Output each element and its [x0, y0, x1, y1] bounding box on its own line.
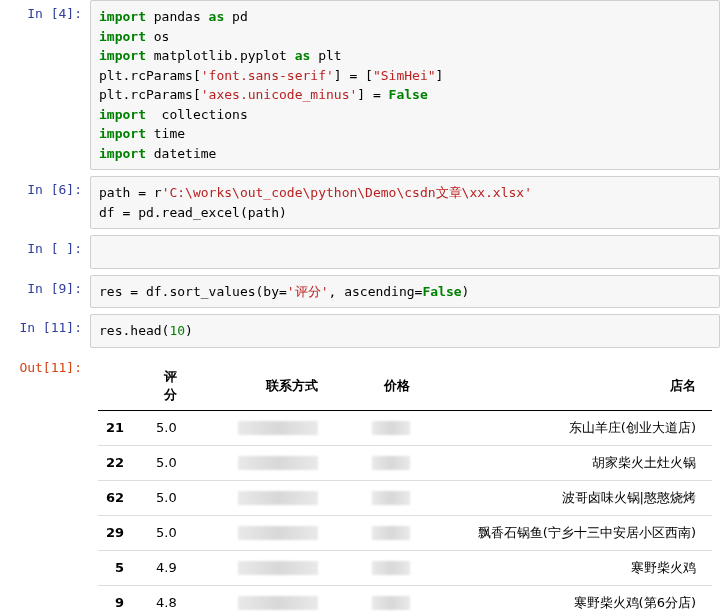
prompt-in-empty: In [ ]:	[0, 235, 90, 269]
table-row: 215.0东山羊庄(创业大道店)	[98, 410, 712, 445]
cell-shopname: 东山羊庄(创业大道店)	[426, 410, 712, 445]
col-shopname: 店名	[426, 362, 712, 411]
cell-contact-blurred	[193, 585, 334, 611]
code-content: res = df.sort_values(by='评分', ascending=…	[99, 282, 711, 302]
cell-contact-blurred	[193, 410, 334, 445]
cell-in-4: In [4]: import pandas as pd import os im…	[0, 0, 720, 170]
cell-in-6: In [6]: path = r'C:\works\out_code\pytho…	[0, 176, 720, 229]
code-input-4[interactable]: import pandas as pd import os import mat…	[90, 0, 720, 170]
cell-shopname: 波哥卤味火锅|憨憨烧烤	[426, 480, 712, 515]
cell-price-blurred	[334, 410, 425, 445]
row-index: 5	[98, 550, 140, 585]
cell-shopname: 寒野柴火鸡(第6分店)	[426, 585, 712, 611]
cell-out-11: Out[11]: 评分 联系方式 价格 店名 215.0东山羊庄(创业大道店)2…	[0, 354, 720, 612]
code-content	[99, 242, 711, 262]
cell-shopname: 飘香石锅鱼(宁乡十三中安居小区西南)	[426, 515, 712, 550]
table-row: 295.0飘香石锅鱼(宁乡十三中安居小区西南)	[98, 515, 712, 550]
row-index: 29	[98, 515, 140, 550]
cell-price-blurred	[334, 445, 425, 480]
cell-rating: 4.8	[140, 585, 193, 611]
code-content: res.head(10)	[99, 321, 711, 341]
cell-rating: 5.0	[140, 515, 193, 550]
cell-rating: 4.9	[140, 550, 193, 585]
table-row: 625.0波哥卤味火锅|憨憨烧烤	[98, 480, 712, 515]
code-content: path = r'C:\works\out_code\python\Demo\c…	[99, 183, 711, 222]
cell-shopname: 胡家柴火土灶火锅	[426, 445, 712, 480]
table-row: 225.0胡家柴火土灶火锅	[98, 445, 712, 480]
table-head: 评分 联系方式 价格 店名	[98, 362, 712, 411]
cell-price-blurred	[334, 585, 425, 611]
row-index: 62	[98, 480, 140, 515]
cell-price-blurred	[334, 515, 425, 550]
table-row: 54.9寒野柴火鸡	[98, 550, 712, 585]
cell-contact-blurred	[193, 550, 334, 585]
code-input-9[interactable]: res = df.sort_values(by='评分', ascending=…	[90, 275, 720, 309]
cell-rating: 5.0	[140, 410, 193, 445]
cell-contact-blurred	[193, 515, 334, 550]
code-input-6[interactable]: path = r'C:\works\out_code\python\Demo\c…	[90, 176, 720, 229]
code-input-11[interactable]: res.head(10)	[90, 314, 720, 348]
row-index: 22	[98, 445, 140, 480]
col-rating: 评分	[140, 362, 193, 411]
col-contact: 联系方式	[193, 362, 334, 411]
cell-shopname: 寒野柴火鸡	[426, 550, 712, 585]
table-row: 94.8寒野柴火鸡(第6分店)	[98, 585, 712, 611]
cell-contact-blurred	[193, 480, 334, 515]
cell-price-blurred	[334, 480, 425, 515]
prompt-in-4: In [4]:	[0, 0, 90, 170]
code-input-empty[interactable]	[90, 235, 720, 269]
cell-rating: 5.0	[140, 445, 193, 480]
prompt-in-9: In [9]:	[0, 275, 90, 309]
output-area-11: 评分 联系方式 价格 店名 215.0东山羊庄(创业大道店)225.0胡家柴火土…	[90, 354, 720, 612]
cell-rating: 5.0	[140, 480, 193, 515]
cell-in-11: In [11]: res.head(10)	[0, 314, 720, 348]
row-index: 9	[98, 585, 140, 611]
cell-in-empty: In [ ]:	[0, 235, 720, 269]
prompt-in-11: In [11]:	[0, 314, 90, 348]
prompt-in-6: In [6]:	[0, 176, 90, 229]
row-index: 21	[98, 410, 140, 445]
cell-contact-blurred	[193, 445, 334, 480]
prompt-out-11: Out[11]:	[0, 354, 90, 612]
code-content: import pandas as pd import os import mat…	[99, 7, 711, 163]
col-price: 价格	[334, 362, 425, 411]
cell-in-9: In [9]: res = df.sort_values(by='评分', as…	[0, 275, 720, 309]
table-body: 215.0东山羊庄(创业大道店)225.0胡家柴火土灶火锅625.0波哥卤味火锅…	[98, 410, 712, 611]
col-index	[98, 362, 140, 411]
dataframe-table: 评分 联系方式 价格 店名 215.0东山羊庄(创业大道店)225.0胡家柴火土…	[98, 362, 712, 612]
cell-price-blurred	[334, 550, 425, 585]
